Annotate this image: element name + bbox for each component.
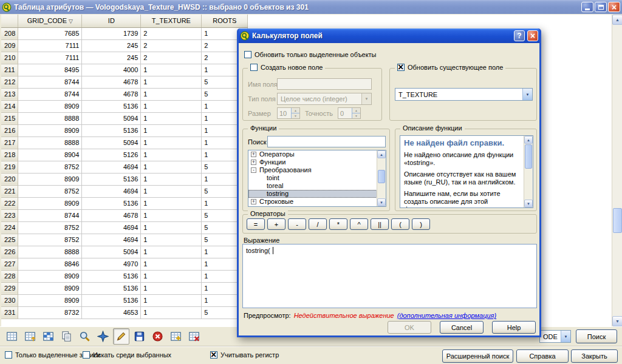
- toolbar-move-selection-to-top-button[interactable]: [22, 328, 38, 345]
- cell-t-texture[interactable]: 1: [141, 161, 202, 173]
- cell-grid-code[interactable]: 8846: [18, 258, 82, 270]
- cell-id[interactable]: 5136: [82, 124, 141, 136]
- tree-item[interactable]: toint: [248, 174, 386, 182]
- cell-grid-code[interactable]: 8909: [18, 124, 82, 136]
- tree-expander-icon[interactable]: +: [251, 160, 256, 165]
- tree-expander-icon[interactable]: -: [251, 167, 256, 173]
- corner-header[interactable]: [1, 15, 18, 27]
- cell-t-texture[interactable]: 1: [141, 100, 202, 112]
- row-number[interactable]: 214: [1, 100, 18, 112]
- toolbar-copy-selected-rows-button[interactable]: [58, 328, 75, 345]
- column-header-roots[interactable]: ROOTS: [202, 15, 248, 27]
- cell-grid-code[interactable]: 8752: [18, 185, 82, 197]
- tree-item[interactable]: tostring: [248, 190, 386, 198]
- cell-grid-code[interactable]: 8909: [18, 282, 82, 294]
- cell-id[interactable]: 4000: [82, 64, 141, 76]
- cell-id[interactable]: 5136: [82, 294, 141, 306]
- checkbox-case-sensitive[interactable]: Учитывать регистр: [210, 351, 279, 359]
- scrollbar-thumb[interactable]: [525, 144, 532, 169]
- cell-id[interactable]: 5126: [82, 149, 141, 161]
- operator-button[interactable]: -: [288, 218, 306, 230]
- operator-button[interactable]: ): [412, 218, 430, 230]
- cell-grid-code[interactable]: 8909: [18, 100, 82, 112]
- operator-button[interactable]: ^: [350, 218, 368, 230]
- row-number[interactable]: 227: [1, 258, 18, 270]
- cell-grid-code[interactable]: 8752: [18, 161, 82, 173]
- cell-id[interactable]: 5136: [82, 173, 141, 185]
- scrollbar-thumb[interactable]: [613, 208, 622, 233]
- row-number[interactable]: 211: [1, 64, 18, 76]
- scroll-up-icon[interactable]: ▲: [612, 15, 622, 25]
- cell-t-texture[interactable]: 2: [141, 27, 202, 39]
- cell-grid-code[interactable]: 7685: [18, 27, 82, 39]
- row-number[interactable]: 226: [1, 246, 18, 258]
- cell-id[interactable]: 245: [82, 39, 141, 52]
- cell-t-texture[interactable]: 1: [141, 64, 202, 76]
- row-number[interactable]: 212: [1, 76, 18, 88]
- cell-t-texture[interactable]: 1: [141, 258, 202, 270]
- cell-grid-code[interactable]: 8888: [18, 136, 82, 149]
- operator-button[interactable]: ||: [371, 218, 389, 230]
- scroll-down-icon[interactable]: ▼: [612, 316, 622, 326]
- cell-grid-code[interactable]: 7111: [18, 39, 82, 52]
- row-number[interactable]: 209: [1, 39, 18, 52]
- dialog-help-button-bottom[interactable]: Help: [492, 321, 536, 334]
- operator-button[interactable]: *: [329, 218, 347, 230]
- tree-item[interactable]: +Операторы: [248, 150, 386, 158]
- toolbar-new-column-button[interactable]: [168, 328, 184, 345]
- cell-id[interactable]: 4694: [82, 185, 141, 197]
- field-type-combo[interactable]: Целое число (integer) ▼: [277, 93, 372, 105]
- chevron-down-icon[interactable]: ▼: [561, 331, 570, 342]
- cell-t-texture[interactable]: 1: [141, 88, 202, 100]
- cell-t-texture[interactable]: 1: [141, 124, 202, 136]
- operator-button[interactable]: (: [391, 218, 409, 230]
- cell-id[interactable]: 5094: [82, 136, 141, 149]
- cell-id[interactable]: 5094: [82, 246, 141, 258]
- search-button[interactable]: Поиск: [576, 329, 617, 343]
- maximize-button[interactable]: [595, 2, 607, 12]
- cell-grid-code[interactable]: 8732: [18, 306, 82, 318]
- cell-grid-code[interactable]: 8744: [18, 209, 82, 221]
- close-button[interactable]: [608, 2, 620, 12]
- tree-expander-icon[interactable]: +: [251, 199, 256, 204]
- toolbar-invert-selection-button[interactable]: [40, 328, 56, 345]
- cell-id[interactable]: 5136: [82, 270, 141, 282]
- field-size-spinner[interactable]: 10 ▲▼: [277, 107, 300, 119]
- cell-grid-code[interactable]: 8904: [18, 149, 82, 161]
- cell-id[interactable]: 4678: [82, 76, 141, 88]
- expression-input[interactable]: tostring(: [242, 244, 537, 308]
- cell-t-texture[interactable]: 1: [141, 136, 202, 149]
- cell-grid-code[interactable]: 8909: [18, 197, 82, 209]
- cell-grid-code[interactable]: 8752: [18, 221, 82, 234]
- toolbar-zoom-to-selection-button[interactable]: [77, 328, 93, 345]
- search-field-combo[interactable]: ODE ▼: [539, 330, 571, 343]
- tree-item[interactable]: +Функции: [248, 158, 386, 166]
- row-number[interactable]: 216: [1, 124, 18, 136]
- more-info-link[interactable]: (дополнительная информация): [397, 312, 496, 319]
- cell-t-texture[interactable]: 1: [141, 246, 202, 258]
- tree-item[interactable]: +Строковые: [248, 198, 386, 206]
- cell-id[interactable]: 4694: [82, 161, 141, 173]
- dialog-help-button[interactable]: [514, 30, 525, 41]
- cell-t-texture[interactable]: 1: [141, 306, 202, 318]
- cell-t-texture[interactable]: 1: [141, 197, 202, 209]
- column-header-grid-code[interactable]: GRID_CODE▽: [18, 15, 82, 27]
- cell-id[interactable]: 245: [82, 52, 141, 64]
- cell-id[interactable]: 4694: [82, 234, 141, 246]
- toolbar-save-edits-button[interactable]: [131, 328, 148, 345]
- cell-t-texture[interactable]: 1: [141, 282, 202, 294]
- cell-id[interactable]: 4653: [82, 306, 141, 318]
- cell-grid-code[interactable]: 8752: [18, 234, 82, 246]
- row-number[interactable]: 223: [1, 209, 18, 221]
- column-header-t-texture[interactable]: T_TEXTURE: [141, 15, 202, 27]
- update-selected-only-checkbox[interactable]: Обновить только выделенные объекты: [244, 51, 377, 58]
- row-number[interactable]: 210: [1, 52, 18, 64]
- ok-button[interactable]: OK: [388, 321, 431, 334]
- cell-id[interactable]: 5136: [82, 282, 141, 294]
- row-number[interactable]: 224: [1, 221, 18, 234]
- operator-button[interactable]: =: [247, 218, 265, 230]
- toolbar-pan-to-selection-button[interactable]: [95, 328, 111, 345]
- cell-grid-code[interactable]: 8744: [18, 88, 82, 100]
- row-number[interactable]: 225: [1, 234, 18, 246]
- cell-grid-code[interactable]: 8909: [18, 173, 82, 185]
